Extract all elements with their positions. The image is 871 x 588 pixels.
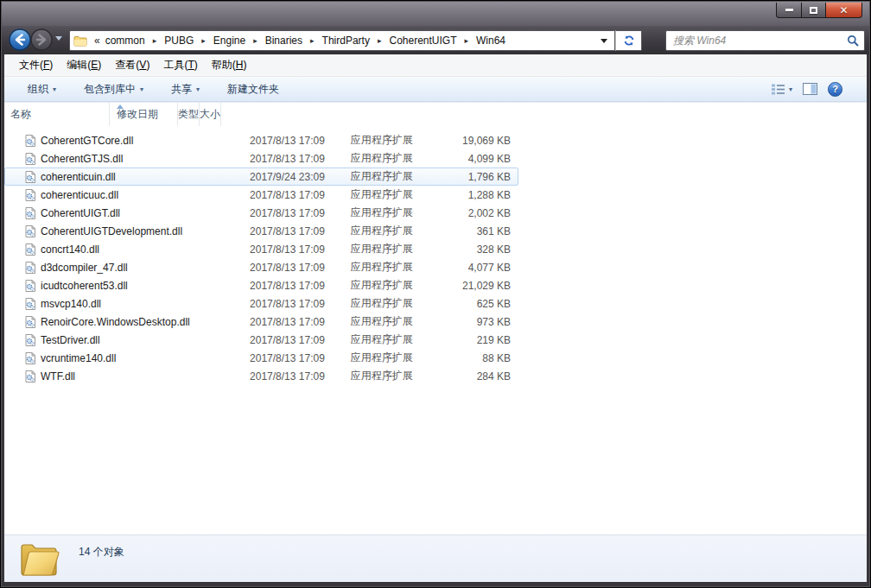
breadcrumb-separator-icon[interactable]: ▸ [306,36,319,45]
explorer-window: ✕ [0,0,871,588]
menu-item[interactable]: 帮助(H) [205,55,254,75]
recent-pages-dropdown[interactable] [55,36,62,41]
file-date: 2017/9/24 23:09 [244,171,345,183]
table-row[interactable]: vcruntime140.dll 2017/8/13 17:09 应用程序扩展 … [4,349,518,367]
file-size: 361 KB [449,225,518,237]
breadcrumb-item[interactable]: ThirdParty [319,33,373,48]
dll-file-icon [24,189,36,201]
table-row[interactable]: CoherentGTCore.dll 2017/8/13 17:09 应用程序扩… [4,131,518,149]
file-type: 应用程序扩展 [345,314,450,329]
minimize-button[interactable] [776,3,802,18]
search-icon[interactable] [847,35,859,47]
address-bar[interactable]: « common ▸ PUBG ▸ Engine ▸ Binaries ▸ Th… [69,30,615,51]
column-headers: 名称 修改日期 类型 大小 [4,102,867,126]
table-row[interactable]: RenoirCore.WindowsDesktop.dll 2017/8/13 … [4,313,518,331]
breadcrumb-separator-icon[interactable]: « [89,35,102,47]
file-date: 2017/8/13 17:09 [244,243,345,256]
table-row[interactable]: icudtcoherent53.dll 2017/8/13 17:09 应用程序… [4,276,518,294]
breadcrumb-separator-icon[interactable]: ▸ [149,36,162,45]
table-row[interactable]: CoherentUIGTDevelopment.dll 2017/8/13 17… [4,222,518,240]
help-button[interactable]: ? [828,82,842,97]
file-date: 2017/8/13 17:09 [244,280,345,292]
file-type: 应用程序扩展 [345,369,450,383]
file-type: 应用程序扩展 [345,351,450,365]
refresh-icon [623,35,635,47]
file-date: 2017/8/13 17:09 [244,135,345,147]
preview-pane-button[interactable] [803,83,817,95]
file-name: TestDriver.dll [41,334,100,346]
toolbar-button[interactable]: 共享 ▾ [163,79,207,100]
dll-file-icon [24,298,36,310]
toolbar-left: 组织 ▾ 包含到库中 ▾ 共享 ▾ 新建文件夹 ▾ [20,79,299,100]
table-row[interactable]: coherenticuuc.dll 2017/8/13 17:09 应用程序扩展… [4,186,518,204]
file-type: 应用程序扩展 [345,242,450,256]
table-row[interactable]: TestDriver.dll 2017/8/13 17:09 应用程序扩展 21… [4,331,518,349]
forward-icon [30,28,53,51]
maximize-button[interactable] [802,3,826,18]
file-date: 2017/8/13 17:09 [244,352,345,364]
menu-item[interactable]: 工具(T) [156,55,204,75]
dll-file-icon [24,225,36,237]
toolbar-button[interactable]: 新建文件夹 ▾ [219,79,287,100]
breadcrumb-item[interactable]: Win64 [473,33,509,48]
window-controls: ✕ [776,3,862,18]
sort-ascending-icon[interactable] [117,104,124,109]
breadcrumb-separator-icon[interactable]: ▸ [373,36,386,45]
dll-file-icon [24,334,36,346]
toolbar-button[interactable]: 包含到库中 ▾ [76,79,151,100]
breadcrumb-item[interactable]: Engine [210,33,249,48]
file-name: msvcp140.dll [41,298,101,310]
menu-item[interactable]: 文件(F) [12,55,60,75]
address-history-dropdown-icon[interactable] [601,39,607,43]
file-size: 4,077 KB [449,262,518,274]
breadcrumb-separator-icon[interactable]: ▸ [461,36,474,45]
file-size: 1,288 KB [449,189,518,201]
table-row[interactable]: coherenticuin.dll 2017/9/24 23:09 应用程序扩展… [4,168,518,186]
column-header[interactable]: 名称 [4,103,110,126]
search-input[interactable] [671,34,847,47]
close-button[interactable]: ✕ [826,3,862,18]
status-bar: 14 个对象 [4,534,867,582]
chevron-down-icon: ▾ [140,85,143,93]
table-row[interactable]: msvcp140.dll 2017/8/13 17:09 应用程序扩展 625 … [4,294,518,313]
dll-file-icon [24,370,36,383]
dll-file-icon [24,262,36,274]
forward-button[interactable] [30,28,53,51]
file-date: 2017/8/13 17:09 [244,316,345,328]
file-type: 应用程序扩展 [345,205,450,220]
file-name: d3dcompiler_47.dll [41,262,128,274]
toolbar-button[interactable]: 组织 ▾ [20,79,64,100]
breadcrumb-separator-icon[interactable]: ▸ [249,36,262,45]
table-row[interactable]: d3dcompiler_47.dll 2017/8/13 17:09 应用程序扩… [4,258,518,276]
back-button[interactable] [9,28,31,51]
breadcrumb-item[interactable]: Binaries [262,33,306,48]
file-date: 2017/8/13 17:09 [244,189,345,201]
breadcrumb-item[interactable]: PUBG [161,33,197,48]
file-type: 应用程序扩展 [345,187,450,202]
menu-item[interactable]: 编辑(E) [60,55,108,75]
item-count-label: 14 个对象 [79,545,124,560]
file-name: coherenticuuc.dll [41,189,118,201]
file-type: 应用程序扩展 [345,260,450,275]
navigation-row: « common ▸ PUBG ▸ Engine ▸ Binaries ▸ Th… [2,26,869,54]
dll-file-icon [24,280,36,292]
menu-item[interactable]: 查看(V) [108,55,156,75]
file-name: CoherentGTJS.dll [41,153,123,165]
column-header[interactable]: 类型 [178,103,200,126]
table-row[interactable]: WTF.dll 2017/8/13 17:09 应用程序扩展 284 KB [4,367,518,385]
file-type: 应用程序扩展 [345,296,450,311]
table-row[interactable]: concrt140.dll 2017/8/13 17:09 应用程序扩展 328… [4,240,518,258]
file-size: 19,069 KB [449,135,518,147]
breadcrumb-item[interactable]: CoherentUIGT [385,33,460,48]
table-row[interactable]: CoherentUIGT.dll 2017/8/13 17:09 应用程序扩展 … [4,204,518,222]
menu-bar: 文件(F) 编辑(E) 查看(V) 工具(T) 帮助(H) [4,54,867,77]
back-icon [9,28,31,51]
table-row[interactable]: CoherentGTJS.dll 2017/8/13 17:09 应用程序扩展 … [4,149,518,168]
breadcrumb-separator-icon[interactable]: ▸ [197,36,210,45]
refresh-button[interactable] [615,30,642,51]
file-name: concrt140.dll [41,243,99,256]
change-view-button[interactable]: ▾ [771,83,792,96]
breadcrumb-item[interactable]: common [102,33,149,48]
command-toolbar: 组织 ▾ 包含到库中 ▾ 共享 ▾ 新建文件夹 ▾ [4,77,867,102]
column-header[interactable]: 大小 [200,103,221,126]
